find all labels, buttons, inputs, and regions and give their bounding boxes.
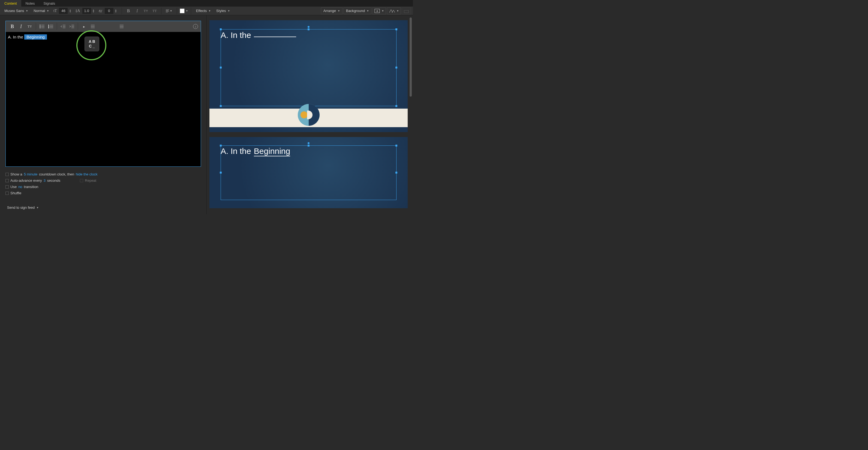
styles-label: Styles [216, 9, 226, 13]
arrange-button[interactable]: Arrange ▼ [321, 7, 342, 14]
resize-handle[interactable] [395, 28, 397, 30]
slide-preview[interactable]: A. In the [210, 20, 408, 132]
tracking-input[interactable] [105, 8, 114, 14]
property-bar: Museo Sans ▼ Normal ▼ tT ▲▼ ‡A ▲▼ A͟V ▲▼… [0, 6, 413, 15]
outdent-button[interactable] [59, 23, 67, 30]
caret-icon: ▼ [46, 9, 49, 12]
scrollbar[interactable] [410, 18, 412, 97]
top-tabs: Content Notes Signals [0, 0, 413, 6]
format-lines-button-2[interactable] [118, 23, 125, 30]
allcaps-button[interactable]: TT [151, 7, 158, 15]
font-size-input[interactable] [59, 8, 68, 14]
bold-button[interactable]: B [125, 7, 132, 15]
caret-icon: ▼ [367, 9, 369, 12]
line-height-input[interactable] [82, 8, 91, 14]
numbered-list-button[interactable]: 123 [47, 23, 55, 30]
background-label: Background [346, 9, 365, 13]
resize-handle[interactable] [395, 105, 397, 107]
selection-bounds[interactable] [221, 29, 397, 106]
text-align-select[interactable]: ▼ [164, 9, 174, 12]
opt-transition: Use no transition [5, 185, 201, 189]
slide-text: A. In the Beginning [221, 147, 290, 156]
editor-text: A. In the [8, 35, 24, 39]
editor-box: B I Tᴛ 123 [5, 21, 201, 167]
rotate-handle[interactable] [308, 26, 310, 28]
shuffle-checkbox[interactable] [5, 191, 9, 195]
italic-button[interactable]: I [133, 7, 141, 15]
send-to-sign-feed-button[interactable]: Send to sign feed ▼ [5, 206, 201, 210]
transition-checkbox[interactable] [5, 185, 9, 188]
countdown-action-link[interactable]: hide the clock [76, 172, 98, 176]
text-color-select[interactable]: ▼ [180, 8, 188, 13]
tab-content[interactable]: Content [0, 0, 21, 6]
repeat-checkbox[interactable] [80, 179, 83, 182]
svg-point-7 [40, 28, 41, 28]
resize-handle[interactable] [220, 105, 222, 107]
transition-type-link[interactable]: no [18, 185, 22, 189]
slide-preview[interactable]: A. In the Beginning [210, 137, 408, 208]
caret-icon: ▼ [397, 9, 399, 12]
caret-icon: ▼ [26, 9, 28, 12]
slide-text: A. In the [221, 31, 296, 40]
countdown-duration-link[interactable]: 5 minute [24, 172, 37, 176]
tracking-spinner[interactable]: ▲▼ [115, 9, 117, 13]
format-lines-button[interactable] [89, 23, 96, 30]
font-family-select[interactable]: Museo Sans ▼ [2, 8, 30, 14]
resize-handle[interactable] [308, 145, 310, 147]
editor-content[interactable]: A. In the Beginning [6, 32, 201, 42]
resize-handle[interactable] [395, 145, 397, 147]
styles-select[interactable]: Styles ▼ [214, 8, 232, 14]
bullet-list-button[interactable] [38, 23, 46, 30]
shape-tool[interactable]: ▼ [387, 7, 401, 14]
effects-select[interactable]: Effects ▼ [194, 8, 213, 14]
line-height-icon: ‡A [74, 9, 81, 13]
info-icon[interactable]: i [193, 24, 198, 29]
opt-text: transition [24, 185, 38, 189]
abc-top: A B [89, 39, 95, 44]
font-weight-select[interactable]: Normal ▼ [31, 8, 51, 14]
smallcaps-button[interactable]: Tᴛ [142, 7, 150, 15]
countdown-checkbox[interactable] [5, 173, 9, 176]
opt-shuffle: Shuffle [5, 191, 201, 195]
slides-column: A. In the [207, 15, 413, 208]
abc-bottom: C _ [89, 44, 95, 49]
background-button[interactable]: Background ▼ [344, 7, 371, 14]
rotate-handle[interactable] [308, 142, 310, 144]
fill-in-blank-button[interactable]: A B C _ [85, 36, 99, 51]
autoadvance-seconds-link[interactable]: 3 [43, 178, 45, 183]
resize-handle[interactable] [220, 28, 222, 30]
resize-handle[interactable] [220, 67, 222, 68]
bold-button[interactable]: B [8, 23, 16, 30]
svg-point-5 [40, 26, 41, 27]
blank-line [254, 36, 296, 37]
resize-handle[interactable] [395, 67, 397, 68]
resize-handle[interactable] [220, 172, 222, 174]
line-height-spinner[interactable]: ▲▼ [92, 9, 95, 13]
effects-label: Effects [196, 9, 207, 13]
indent-button[interactable] [68, 23, 75, 30]
font-size-spinner[interactable]: ▲▼ [69, 9, 71, 13]
caret-icon: ▼ [381, 9, 384, 12]
text-box-tool[interactable]: A ▼ [373, 7, 386, 14]
resize-handle[interactable] [220, 145, 222, 147]
tab-notes[interactable]: Notes [21, 0, 39, 6]
italic-button[interactable]: I [17, 23, 25, 30]
opt-text: Show a [10, 172, 22, 176]
autoadvance-checkbox[interactable] [5, 179, 9, 182]
resize-handle[interactable] [308, 28, 310, 30]
resize-handle[interactable] [395, 172, 397, 174]
svg-point-3 [40, 25, 41, 26]
svg-text:3: 3 [48, 27, 49, 28]
tab-signals[interactable]: Signals [39, 0, 60, 6]
font-weight-label: Normal [34, 9, 45, 13]
smallcaps-button[interactable]: Tᴛ [26, 23, 34, 30]
svg-rect-2 [404, 10, 408, 13]
font-size-icon: tT [52, 9, 58, 13]
preview-pane: A. In the [207, 15, 413, 214]
caret-icon: ▼ [338, 9, 340, 12]
editor-highlight: Beginning [24, 34, 47, 39]
more-left-button[interactable]: ▸ [80, 23, 88, 30]
opt-text: Repeat [85, 178, 96, 183]
main-split: B I Tᴛ 123 [0, 15, 413, 214]
caret-icon: ▼ [228, 9, 230, 12]
